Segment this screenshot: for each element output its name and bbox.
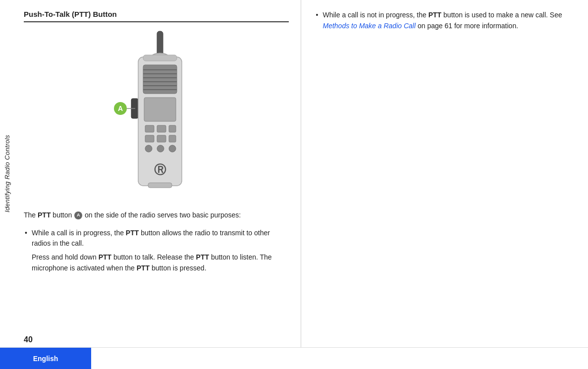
svg-rect-13 xyxy=(145,125,154,132)
svg-text:A: A xyxy=(118,105,123,112)
svg-rect-18 xyxy=(169,135,176,142)
radio-illustration: Ⓡ A xyxy=(107,30,206,199)
svg-rect-21 xyxy=(169,145,176,152)
bottom-bar: English xyxy=(0,347,588,369)
right-column: While a call is not in progress, the PTT… xyxy=(301,0,588,347)
section-heading: Push-To-Talk (PTT) Button xyxy=(24,10,289,22)
svg-rect-16 xyxy=(145,135,154,142)
sidebar-label: Identifying Radio Controls xyxy=(3,135,11,212)
radio-call-link[interactable]: Methods to Make a Radio Call xyxy=(323,22,416,30)
english-tab[interactable]: English xyxy=(0,348,91,369)
bullet-sub-text: Press and hold down PTT button to talk. … xyxy=(32,252,289,273)
main-content: Push-To-Talk (PTT) Button xyxy=(14,0,588,347)
svg-rect-14 xyxy=(157,125,166,132)
description-text: The PTT button A on the side of the radi… xyxy=(24,210,289,221)
bullet-item-1: While a call is in progress, the PTT but… xyxy=(24,228,289,274)
sidebar: Identifying Radio Controls xyxy=(0,0,14,347)
svg-rect-4 xyxy=(143,55,177,61)
svg-rect-19 xyxy=(145,145,152,152)
svg-rect-20 xyxy=(157,145,164,152)
svg-text:Ⓡ: Ⓡ xyxy=(154,163,166,176)
svg-rect-12 xyxy=(144,98,176,121)
svg-rect-17 xyxy=(157,135,166,142)
bullet-item-2: While a call is not in progress, the PTT… xyxy=(315,10,577,31)
callout-circle-a: A xyxy=(74,211,82,219)
left-column: Push-To-Talk (PTT) Button xyxy=(14,0,301,347)
radio-image-container: Ⓡ A xyxy=(24,30,289,200)
svg-rect-23 xyxy=(148,183,172,188)
svg-rect-15 xyxy=(169,125,176,132)
page-number: 40 xyxy=(14,332,44,347)
